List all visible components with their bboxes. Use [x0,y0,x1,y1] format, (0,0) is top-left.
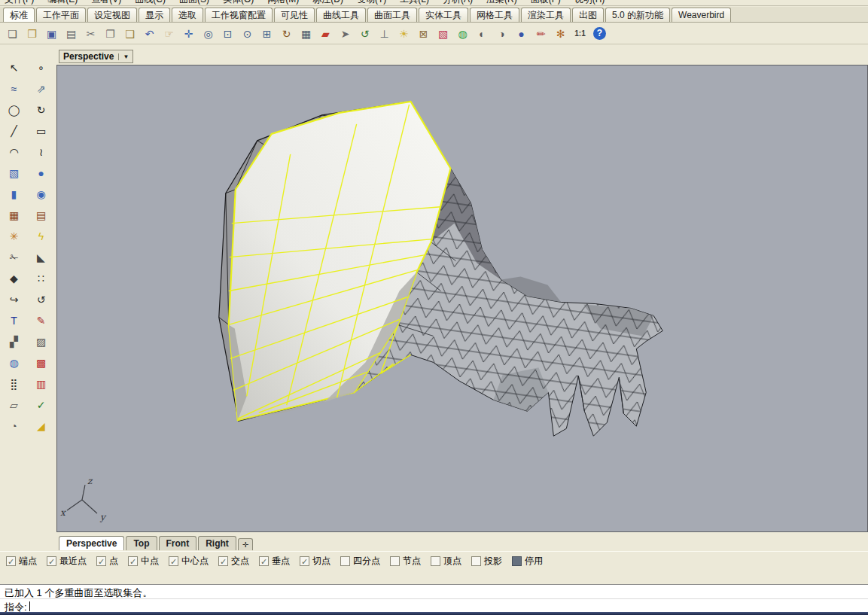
vtab-top[interactable]: Top [126,536,157,550]
explode-button[interactable]: ✳ [5,227,23,245]
four-viewports-button[interactable]: ▦ [297,25,315,43]
ghosted-mode-button[interactable]: ◑ [492,25,511,43]
zoom-1to1-button[interactable]: 1:1 [571,25,589,43]
tube-button[interactable]: ◉ [32,185,50,203]
cplane-button[interactable]: ⊥ [375,25,394,43]
checkbox[interactable] [300,556,309,566]
rendered-mode-button[interactable]: ● [512,25,531,43]
open-file-button[interactable]: ❒ [23,25,41,43]
rotate-tool-button[interactable]: ↻ [32,101,50,119]
vtab-right[interactable]: Right [198,536,236,550]
curve-button[interactable]: ≈ [5,80,23,98]
tab-standard[interactable]: 标准 [3,8,35,22]
command-input[interactable]: 指令: [0,598,868,612]
blend-button[interactable]: ↪ [5,291,23,309]
options-gear-button[interactable]: ✻ [551,25,570,43]
notes-button[interactable]: ▱ [5,396,23,414]
cut-button[interactable]: ✂ [81,25,100,43]
zoom-selected-button[interactable]: ⊙ [238,25,257,43]
menu-analyze[interactable]: 分析(A) [443,0,473,5]
freeform-button[interactable]: ≀ [32,143,50,161]
osnap-quadrant[interactable]: 四分点 [340,555,380,568]
move-tool-button[interactable]: ⇗ [32,80,50,98]
tab-viewport-layout[interactable]: 工作视窗配置 [205,8,273,22]
menu-transform[interactable]: 变动(T) [357,0,386,5]
osnap-intersection[interactable]: 交点 [218,555,249,568]
tab-select[interactable]: 选取 [172,8,203,22]
osnap-knot[interactable]: 节点 [390,555,421,568]
tab-display[interactable]: 显示 [139,8,170,22]
menu-render[interactable]: 渲染(R) [486,0,517,5]
checkbox[interactable] [6,556,16,566]
menu-help[interactable]: 说明(H) [574,0,605,5]
point-cloud-button[interactable]: ∷ [32,269,50,288]
move-button[interactable]: ✛ [179,25,198,43]
checkbox[interactable] [259,556,269,566]
tab-weaverbird[interactable]: Weaverbird [672,8,731,22]
point-button[interactable]: ∘ [32,59,50,77]
osnap-nearest[interactable]: 最近点 [47,555,87,568]
osnap-endpoint[interactable]: 端点 [6,555,37,568]
tab-new-in-v5[interactable]: 5.0 的新功能 [605,8,670,22]
new-file-button[interactable]: ❏ [3,25,22,43]
chevron-down-icon[interactable]: ▼ [118,53,129,60]
checkbox[interactable] [340,556,350,566]
tab-drafting[interactable]: 出图 [572,8,604,22]
osnap-disable[interactable]: 停用 [512,555,543,568]
grid-array-button[interactable]: ▩ [32,354,50,372]
osnap-midpoint[interactable]: 中点 [128,555,159,568]
checkbox[interactable] [512,556,522,566]
menu-solid[interactable]: 实体(O) [223,0,254,5]
tab-cplane[interactable]: 工作平面 [36,8,86,22]
pointer-button[interactable]: ↖ [5,59,23,77]
menu-mesh[interactable]: 网格(M) [267,0,299,5]
vtab-perspective[interactable]: Perspective [59,536,124,550]
drop-button[interactable]: ◆ [5,269,23,288]
copy-button[interactable]: ❐ [101,25,120,43]
tab-render-tools[interactable]: 渲染工具 [521,8,571,22]
help-button[interactable]: ? [590,25,609,43]
rotate-view-button[interactable]: ↻ [277,25,296,43]
annotate-pen-button[interactable]: ✏ [531,25,550,43]
checkbox[interactable] [128,556,138,566]
apply-check-button[interactable]: ✓ [32,396,50,414]
vtab-front[interactable]: Front [159,536,197,550]
osnap-vertex[interactable]: 顶点 [431,555,461,568]
lock-button[interactable]: ⊠ [414,25,433,43]
viewport-title-tab[interactable]: Perspective ▼ [59,50,133,63]
fillet-button[interactable]: ◣ [32,248,50,266]
menu-panels[interactable]: 面板(P) [531,0,561,5]
menu-curve[interactable]: 曲线(C) [135,0,166,5]
line-button[interactable]: ╱ [5,122,23,140]
render-cube-button[interactable]: ▧ [434,25,452,43]
tab-set-view[interactable]: 设定视图 [87,8,137,22]
select-objects-button[interactable]: ➤ [336,25,355,43]
tab-curve-tools[interactable]: 曲线工具 [316,8,366,22]
menu-dimension[interactable]: 标注(D) [312,0,343,5]
checkbox[interactable] [431,556,440,566]
paste-button[interactable]: ❑ [120,25,139,43]
tab-visibility[interactable]: 可见性 [274,8,315,22]
osnap-project[interactable]: 投影 [471,555,502,568]
tab-mesh-tools[interactable]: 网格工具 [470,8,519,22]
osnap-perpendicular[interactable]: 垂点 [259,555,290,568]
undo-button[interactable]: ↶ [140,25,159,43]
dot-grid-button[interactable]: ⣿ [5,375,23,393]
menu-surface[interactable]: 曲面(S) [179,0,209,5]
checkbox[interactable] [96,556,106,566]
osnap-center[interactable]: 中心点 [169,555,209,568]
selected-polysurface-mesh[interactable] [229,102,451,420]
zoom-extents-button[interactable]: ⊞ [257,25,276,43]
array-button[interactable]: ▦ [5,206,23,224]
undo-view-button[interactable]: ↺ [355,25,374,43]
pan-view-button[interactable]: ☞ [160,25,178,43]
sphere-button[interactable]: ● [32,164,50,182]
shaded-mode-button[interactable]: ◐ [473,25,492,43]
box-button[interactable]: ▧ [5,164,23,182]
wedge-button[interactable]: ◢ [32,417,50,435]
zoom-window-button[interactable]: ⊡ [218,25,237,43]
tab-solid-tools[interactable]: 实体工具 [419,8,468,22]
pipe-button[interactable]: ◍ [5,354,23,372]
text-button[interactable]: T [5,312,23,330]
osnap-tangent[interactable]: 切点 [300,555,330,568]
